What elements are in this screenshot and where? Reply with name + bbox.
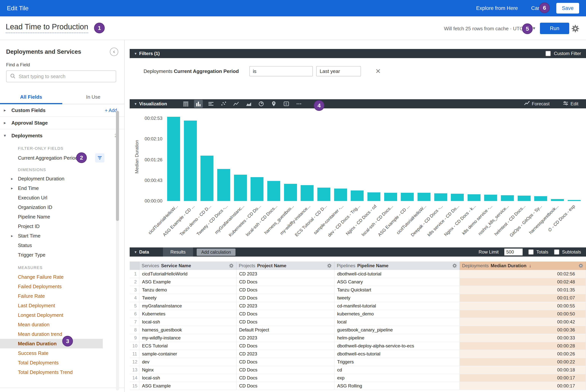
- cell[interactable]: dbothwell-cicd-tutorial: [334, 270, 460, 278]
- viz-tool-pie-icon[interactable]: [257, 100, 266, 108]
- explore-from-here-link[interactable]: Explore from Here: [476, 5, 518, 11]
- forecast-button[interactable]: Forecast: [524, 100, 550, 107]
- sidebar-field-success-rate[interactable]: Success Rate: [0, 348, 124, 358]
- cell[interactable]: CD Docs: [236, 286, 334, 294]
- viz-tool-line-icon[interactable]: [232, 100, 240, 108]
- viz-tool-more-icon[interactable]: [295, 100, 303, 108]
- bar-16[interactable]: [418, 193, 431, 201]
- bar-11[interactable]: [334, 188, 347, 201]
- bar-2[interactable]: [184, 120, 197, 201]
- cell[interactable]: CD 2023: [236, 334, 334, 342]
- chevron-right-icon[interactable]: ▸: [11, 234, 13, 238]
- column-gear-icon[interactable]: [327, 263, 332, 268]
- chevron-right-icon[interactable]: ▸: [4, 108, 11, 113]
- cell[interactable]: Kubernetes: [139, 310, 236, 318]
- cell[interactable]: CD Docs: [236, 294, 334, 302]
- sidebar-field-total-deployments-trend[interactable]: Total Deployments Trend: [0, 368, 124, 377]
- cell[interactable]: helm-pipeline: [334, 334, 460, 342]
- sidebar-scrollbar[interactable]: [116, 110, 119, 390]
- subtotals-checkbox[interactable]: [554, 249, 559, 255]
- sidebar-group-custom-fields[interactable]: ▸ Custom Fields + Add: [0, 104, 124, 117]
- viz-tool-single-value-icon[interactable]: 6: [282, 100, 291, 108]
- cell[interactable]: CD Docs: [236, 366, 334, 374]
- sidebar-group-approval-stage[interactable]: ▸ Approval Stage: [0, 117, 124, 129]
- bar-13[interactable]: [367, 192, 380, 201]
- tab-in-use[interactable]: In Use: [62, 91, 124, 104]
- custom-filter-toggle[interactable]: Custom Filter: [546, 51, 581, 56]
- cell[interactable]: myGrafanaInstance: [139, 302, 236, 310]
- sidebar-field-project-id[interactable]: Project ID: [0, 222, 124, 231]
- search-input[interactable]: [19, 74, 112, 80]
- cell[interactable]: CD 2023: [236, 270, 334, 278]
- bar-23[interactable]: [534, 196, 547, 201]
- bar-12[interactable]: [351, 190, 364, 201]
- viz-tool-area-icon[interactable]: [244, 100, 253, 108]
- cell[interactable]: 00:00:26: [460, 350, 586, 358]
- sidebar-field-status[interactable]: Status: [0, 240, 124, 250]
- section-collapse-icon[interactable]: ▾: [135, 102, 136, 106]
- sidebar-group-deployments[interactable]: ▾ Deployments 2: [0, 129, 124, 142]
- tile-title-input[interactable]: Lead Time to Production: [6, 22, 88, 33]
- chevron-right-icon[interactable]: ▸: [11, 176, 13, 181]
- tab-all-fields[interactable]: All Fields: [0, 91, 62, 104]
- run-button[interactable]: Run: [540, 23, 569, 34]
- bar-18[interactable]: [451, 194, 464, 201]
- sidebar-field-execution-url[interactable]: Execution Url: [0, 193, 124, 202]
- filter-value-select[interactable]: Last year: [316, 66, 361, 76]
- custom-filter-checkbox[interactable]: [546, 51, 551, 56]
- cell[interactable]: 00:00:18: [460, 366, 586, 374]
- scrollbar-thumb[interactable]: [116, 111, 119, 221]
- cell[interactable]: ASG Rolling: [334, 382, 460, 390]
- bar-3[interactable]: [200, 156, 213, 201]
- sidebar-field-organization-id[interactable]: Organization ID: [0, 202, 124, 212]
- cell[interactable]: 00:02:56: [460, 270, 586, 278]
- cell[interactable]: CD Docs: [236, 318, 334, 326]
- cell[interactable]: 00:00:36: [460, 326, 586, 334]
- sidebar-field-last-deployment[interactable]: Last Deployment: [0, 301, 124, 310]
- cell[interactable]: CD Docs: [236, 278, 334, 286]
- bar-24[interactable]: [551, 199, 564, 201]
- cell[interactable]: kubernetes_demo: [334, 310, 460, 318]
- cell[interactable]: Tanzu demo: [139, 286, 236, 294]
- subtotals-toggle[interactable]: Subtotals: [554, 249, 581, 255]
- cell[interactable]: cicdTutorialHelloWorld: [139, 270, 236, 278]
- cell[interactable]: 00:01:07: [460, 294, 586, 302]
- add-calculation-button[interactable]: Add calculation: [197, 248, 235, 256]
- sidebar-field-longest-deployment[interactable]: Longest Deployment: [0, 310, 124, 320]
- section-collapse-icon[interactable]: ▾: [135, 51, 136, 56]
- cell[interactable]: Triggers: [334, 358, 460, 366]
- row-limit-input[interactable]: [504, 248, 523, 256]
- bar-17[interactable]: [434, 193, 447, 201]
- chevron-right-icon[interactable]: ▸: [4, 120, 11, 125]
- cell[interactable]: exp: [334, 374, 460, 382]
- cell[interactable]: 00:01:35: [460, 286, 586, 294]
- cell[interactable]: tweety: [334, 294, 460, 302]
- bar-9[interactable]: [301, 185, 314, 201]
- cell[interactable]: 00:02:48: [460, 278, 586, 286]
- column-header-services-service-name[interactable]: ServicesService Name: [139, 262, 236, 270]
- cell[interactable]: 00:00:42: [460, 318, 586, 326]
- sidebar-field-end-time[interactable]: ▸End Time: [0, 184, 124, 193]
- sidebar-field-failed-deployments[interactable]: Failed Deployments: [0, 282, 124, 291]
- bar-6[interactable]: [251, 177, 263, 201]
- section-collapse-icon[interactable]: ▾: [135, 250, 136, 254]
- cell[interactable]: my-wildfly-instance: [139, 334, 236, 342]
- bar-14[interactable]: [384, 193, 397, 201]
- add-custom-field-link[interactable]: + Add: [105, 108, 117, 113]
- cell[interactable]: local: [334, 318, 460, 326]
- sort-desc-icon[interactable]: ↓: [529, 263, 531, 268]
- sidebar-field-change-failure-rate[interactable]: Change Failure Rate: [0, 272, 124, 282]
- cell[interactable]: CD 2023: [236, 302, 334, 310]
- sidebar-field-median-duration[interactable]: Median Duration: [0, 339, 103, 348]
- column-gear-icon[interactable]: [452, 263, 457, 268]
- viz-tool-map-icon[interactable]: [269, 100, 278, 108]
- cell[interactable]: 00:00:17: [460, 374, 586, 382]
- sidebar-field-pipeline-name[interactable]: Pipeline Name: [0, 212, 124, 222]
- viz-tool-scatter-icon[interactable]: [219, 100, 228, 108]
- tab-results[interactable]: Results: [163, 248, 193, 256]
- sidebar-field-mean-duration-trend[interactable]: Mean duration trend: [0, 329, 124, 339]
- bar-15[interactable]: [401, 193, 414, 201]
- filter-operator-select[interactable]: is: [249, 66, 313, 76]
- settings-gear-icon[interactable]: [571, 24, 580, 33]
- sidebar-field-mean-duration[interactable]: Mean duration: [0, 320, 124, 329]
